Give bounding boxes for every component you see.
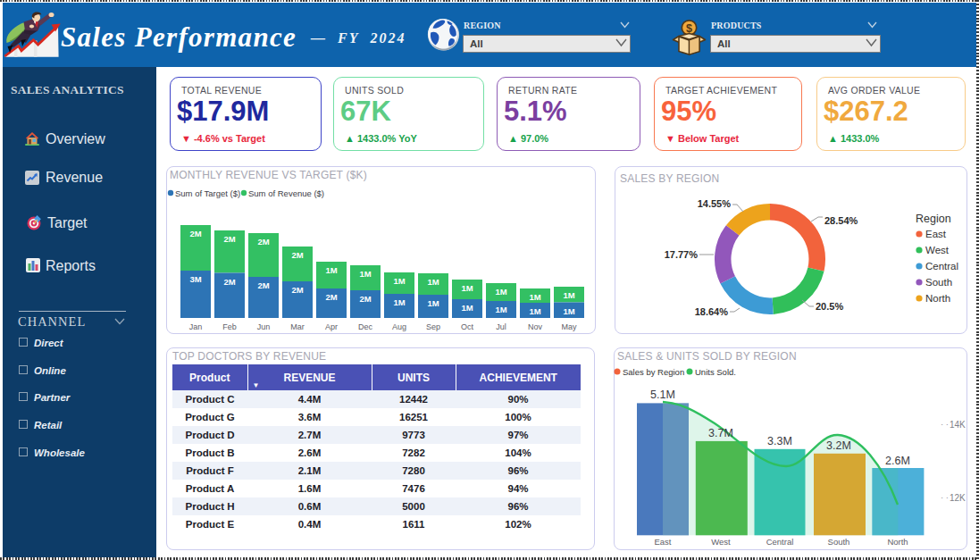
svg-text:Sales by Region: Sales by Region (623, 367, 684, 377)
svg-text:Central: Central (925, 261, 958, 272)
svg-text:Central: Central (766, 537, 794, 545)
svg-text:South: South (925, 277, 952, 288)
svg-text:2M: 2M (257, 280, 269, 290)
svg-text:1M: 1M (563, 290, 574, 300)
svg-text:May: May (561, 322, 577, 331)
svg-text:1M: 1M (427, 277, 439, 287)
svg-text:5.1M: 5.1M (650, 389, 675, 401)
svg-text:· ·: · · (941, 492, 949, 502)
svg-text:Jul: Jul (496, 322, 506, 331)
svg-text:1M: 1M (529, 292, 540, 302)
svg-text:2M: 2M (291, 250, 303, 260)
svg-text:1M: 1M (461, 283, 473, 293)
svg-text:2M: 2M (359, 294, 371, 304)
svg-text:Mar: Mar (290, 322, 305, 331)
svg-text:14K: 14K (950, 420, 966, 430)
svg-text:2M: 2M (223, 234, 235, 244)
svg-text:1M: 1M (563, 306, 574, 316)
svg-text:Units Sold.: Units Sold. (695, 367, 736, 377)
svg-text:14.55%: 14.55% (698, 198, 732, 209)
svg-text:2M: 2M (189, 229, 201, 238)
svg-text:3.3M: 3.3M (767, 435, 792, 447)
svg-text:17.77%: 17.77% (665, 249, 699, 260)
svg-text:Region: Region (916, 213, 951, 225)
svg-text:$: $ (686, 22, 692, 35)
svg-text:South: South (828, 537, 850, 545)
svg-text:1M: 1M (393, 276, 405, 286)
svg-text:1M: 1M (325, 265, 337, 275)
svg-text:1M: 1M (461, 303, 473, 313)
svg-text:Dec: Dec (358, 322, 373, 331)
svg-text:2M: 2M (291, 285, 303, 295)
svg-text:12K: 12K (950, 493, 966, 503)
svg-text:20.5%: 20.5% (816, 301, 843, 312)
svg-text:3.2M: 3.2M (826, 439, 851, 452)
svg-text:West: West (925, 245, 950, 255)
svg-text:East: East (925, 229, 947, 239)
svg-text:2.6M: 2.6M (885, 455, 910, 467)
svg-text:Nov: Nov (528, 322, 543, 331)
svg-text:North: North (887, 537, 908, 545)
svg-text:North: North (925, 293, 950, 304)
svg-text:18.64%: 18.64% (695, 306, 729, 317)
svg-text:Sep: Sep (426, 322, 440, 331)
svg-text:2M: 2M (325, 292, 337, 302)
svg-text:· ·: · · (941, 419, 949, 429)
svg-text:1M: 1M (359, 269, 371, 279)
svg-text:Sum of Target ($): Sum of Target ($) (175, 188, 240, 198)
svg-text:28.54%: 28.54% (824, 215, 858, 226)
svg-text:1M: 1M (529, 306, 540, 316)
svg-text:1M: 1M (495, 305, 506, 314)
svg-text:2M: 2M (257, 237, 269, 247)
svg-text:1M: 1M (427, 298, 439, 308)
svg-text:Jan: Jan (189, 322, 203, 331)
svg-text:Feb: Feb (222, 322, 237, 331)
svg-text:Sum of Revenue ($): Sum of Revenue ($) (248, 188, 324, 198)
svg-text:Jun: Jun (257, 322, 271, 331)
svg-text:1M: 1M (393, 297, 405, 307)
svg-text:Apr: Apr (325, 322, 338, 331)
svg-text:East: East (654, 537, 671, 545)
svg-text:3M: 3M (189, 274, 201, 284)
svg-text:West: West (711, 537, 731, 545)
svg-text:1M: 1M (495, 287, 506, 297)
svg-text:2M: 2M (223, 277, 235, 287)
svg-text:3.7M: 3.7M (708, 427, 733, 439)
svg-text:Aug: Aug (392, 322, 406, 331)
svg-text:Oct: Oct (461, 322, 474, 331)
